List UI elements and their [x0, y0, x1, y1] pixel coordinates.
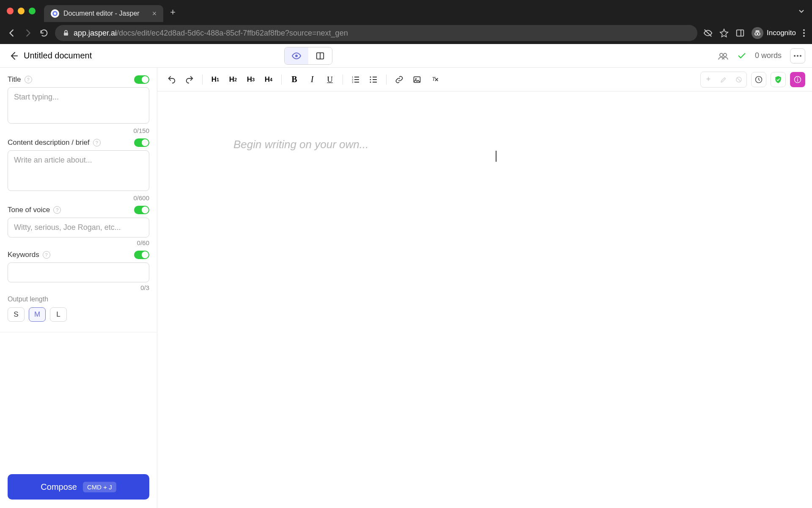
- image-button[interactable]: [409, 72, 425, 87]
- h1-button[interactable]: H1: [208, 72, 223, 87]
- underline-button[interactable]: U: [322, 72, 337, 87]
- browser-reload-button[interactable]: [39, 28, 49, 38]
- italic-button[interactable]: I: [304, 72, 320, 87]
- tabs-dropdown-icon[interactable]: [798, 7, 805, 15]
- brief-input[interactable]: [8, 150, 149, 191]
- title-toggle[interactable]: [134, 75, 149, 84]
- ai-sparkle-button[interactable]: [701, 72, 716, 87]
- word-count: 0 words: [755, 51, 782, 60]
- undo-button[interactable]: [164, 72, 179, 87]
- split-icon: [315, 51, 325, 61]
- editor-placeholder: Begin writing on your own...: [233, 138, 787, 151]
- shield-button[interactable]: [771, 72, 786, 87]
- close-window-button[interactable]: [7, 8, 14, 14]
- info-icon[interactable]: ?: [25, 76, 32, 83]
- text-cursor: [496, 151, 497, 162]
- keywords-input[interactable]: [8, 262, 149, 282]
- tone-input[interactable]: [8, 218, 149, 237]
- editor-area: H1 H2 H3 H4 B I U 123 T: [157, 68, 812, 508]
- title-label: Title: [8, 75, 21, 84]
- length-s-button[interactable]: S: [8, 307, 25, 322]
- title-input[interactable]: [8, 87, 149, 124]
- history-button[interactable]: [751, 72, 766, 87]
- more-menu-button[interactable]: [790, 48, 805, 64]
- brief-field-group: Content description / brief ? 0/600: [8, 138, 149, 202]
- svg-rect-3: [737, 30, 744, 36]
- incognito-badge[interactable]: Incognito: [752, 27, 796, 39]
- tone-char-count: 0/60: [8, 239, 149, 246]
- editor-body[interactable]: Begin writing on your own...: [157, 91, 812, 508]
- keywords-label: Keywords: [8, 251, 39, 259]
- keywords-field-group: Keywords ? 0/3: [8, 251, 149, 291]
- tone-toggle[interactable]: [134, 206, 149, 214]
- redo-button[interactable]: [182, 72, 197, 87]
- compose-shortcut: CMD + J: [83, 482, 116, 492]
- svg-text:3: 3: [352, 81, 354, 83]
- close-tab-button[interactable]: ×: [152, 9, 157, 18]
- ai-delete-button[interactable]: [731, 72, 746, 87]
- clear-format-button[interactable]: T: [427, 72, 442, 87]
- svg-point-17: [800, 55, 801, 57]
- browser-menu-icon[interactable]: [803, 28, 805, 38]
- browser-chrome: Document editor - Jasper × + app.jasper.…: [0, 0, 812, 44]
- browser-forward-button[interactable]: [23, 28, 33, 38]
- tone-field-group: Tone of voice ? 0/60: [8, 206, 149, 246]
- ordered-list-button[interactable]: 123: [348, 72, 363, 87]
- lock-icon: [63, 30, 69, 36]
- svg-point-9: [803, 35, 805, 37]
- svg-point-14: [723, 53, 727, 57]
- info-button[interactable]: [790, 72, 805, 87]
- link-button[interactable]: [392, 72, 407, 87]
- share-icon[interactable]: [718, 50, 729, 61]
- focus-view-button[interactable]: [285, 47, 308, 64]
- eye-off-icon[interactable]: [703, 28, 713, 38]
- info-icon[interactable]: ?: [53, 206, 61, 214]
- svg-point-26: [370, 81, 371, 83]
- minimize-window-button[interactable]: [18, 8, 25, 14]
- browser-tab[interactable]: Document editor - Jasper ×: [44, 5, 163, 22]
- title-char-count: 0/150: [8, 127, 149, 134]
- app-header: Untitled document 0 words: [0, 44, 812, 68]
- maximize-window-button[interactable]: [29, 8, 36, 14]
- h4-button[interactable]: H4: [261, 72, 276, 87]
- new-tab-button[interactable]: +: [170, 7, 176, 18]
- output-length-label: Output length: [8, 295, 149, 303]
- svg-rect-40: [797, 79, 798, 81]
- svg-point-15: [794, 55, 796, 57]
- header-right: 0 words: [718, 48, 805, 64]
- info-icon[interactable]: ?: [43, 251, 50, 259]
- brief-label: Content description / brief: [8, 138, 90, 147]
- brief-toggle[interactable]: [134, 138, 149, 147]
- length-m-button[interactable]: M: [29, 307, 46, 322]
- back-button[interactable]: [7, 49, 20, 63]
- panel-icon[interactable]: [735, 28, 745, 38]
- compose-button[interactable]: Compose CMD + J: [8, 474, 149, 500]
- keywords-toggle[interactable]: [134, 251, 149, 259]
- split-view-button[interactable]: [308, 47, 332, 64]
- main: Title ? 0/150 Content description / brie…: [0, 68, 812, 508]
- svg-point-8: [803, 32, 805, 34]
- star-icon[interactable]: [719, 28, 729, 38]
- info-icon[interactable]: ?: [93, 139, 101, 146]
- output-length-group: Output length S M L: [8, 295, 149, 322]
- ai-tools-group: [700, 72, 747, 88]
- address-bar[interactable]: app.jasper.ai/docs/edit/ec42d8ad-5d6c-48…: [55, 25, 697, 41]
- svg-point-10: [295, 55, 298, 57]
- ai-edit-button[interactable]: [716, 72, 731, 87]
- h3-button[interactable]: H3: [243, 72, 258, 87]
- bold-button[interactable]: B: [287, 72, 302, 87]
- svg-point-31: [415, 78, 417, 79]
- length-l-button[interactable]: L: [50, 307, 67, 322]
- h2-button[interactable]: H2: [225, 72, 241, 87]
- url-domain: app.jasper.ai: [74, 29, 117, 37]
- title-field-group: Title ? 0/150: [8, 75, 149, 134]
- eye-icon: [291, 51, 302, 61]
- unordered-list-button[interactable]: [366, 72, 381, 87]
- svg-rect-2: [64, 33, 68, 36]
- url-path: /docs/edit/ec42d8ad-5d6c-488a-85cf-7ffb6…: [117, 29, 348, 37]
- svg-point-1: [54, 12, 56, 15]
- compose-label: Compose: [41, 482, 77, 492]
- tab-title: Document editor - Jasper: [63, 10, 140, 17]
- browser-back-button[interactable]: [7, 28, 17, 38]
- document-title[interactable]: Untitled document: [24, 51, 92, 61]
